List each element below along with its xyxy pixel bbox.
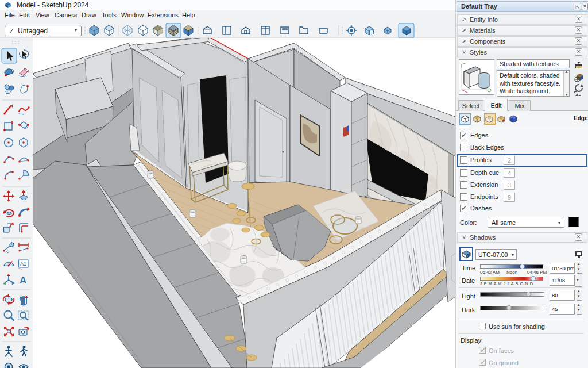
svg-text:A: A [20,275,26,286]
svg-text:A1: A1 [20,261,26,267]
